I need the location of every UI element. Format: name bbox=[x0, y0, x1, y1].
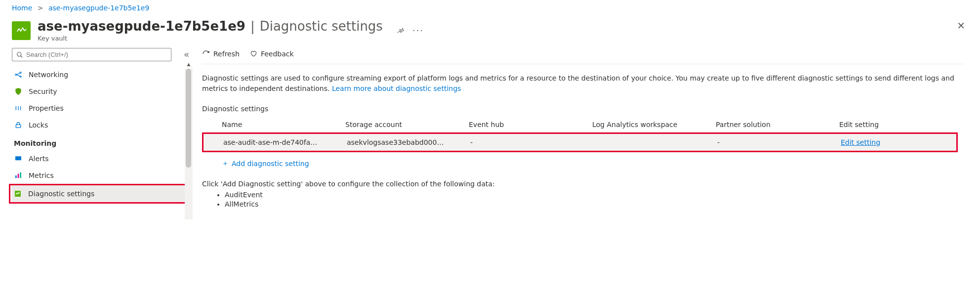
sidebar-item-networking[interactable]: Networking bbox=[12, 66, 192, 83]
breadcrumb-current[interactable]: ase-myasegpude-1e7b5e1e9 bbox=[48, 4, 149, 12]
list-item: AllMetrics bbox=[225, 200, 965, 208]
sidebar-item-label: Security bbox=[29, 87, 57, 95]
svg-point-4 bbox=[20, 76, 21, 78]
svg-point-2 bbox=[15, 74, 17, 76]
chevron-right-icon: > bbox=[38, 4, 43, 12]
refresh-icon bbox=[202, 50, 210, 58]
resource-name: ase-myasegpude-1e7b5e1e9 bbox=[38, 19, 245, 34]
cell-name: ase-audit-ase-m-de740fa… bbox=[223, 138, 347, 146]
sidebar-item-label: Diagnostic settings bbox=[28, 190, 94, 198]
table-row[interactable]: ase-audit-ase-m-de740fa… asekvlogsase33e… bbox=[204, 134, 956, 151]
keyvault-icon bbox=[12, 21, 31, 40]
shield-icon bbox=[14, 87, 23, 95]
sidebar-item-label: Networking bbox=[29, 71, 68, 79]
sidebar-item-security[interactable]: Security bbox=[12, 83, 192, 100]
search-input[interactable] bbox=[12, 48, 171, 61]
sidebar-item-properties[interactable]: Properties bbox=[12, 100, 192, 117]
col-law: Log Analytics workspace bbox=[592, 121, 716, 128]
learn-more-link[interactable]: Learn more about diagnostic settings bbox=[332, 85, 461, 92]
scroll-up-icon[interactable]: ▲ bbox=[186, 62, 192, 67]
lock-icon bbox=[14, 121, 23, 129]
col-edit: Edit setting bbox=[839, 121, 938, 128]
sidebar-item-label: Alerts bbox=[29, 155, 49, 163]
sidebar-group-monitoring: Monitoring bbox=[12, 133, 192, 150]
svg-line-1 bbox=[21, 55, 23, 57]
alerts-icon bbox=[14, 155, 23, 163]
sidebar: Networking Security Properties Locks bbox=[12, 45, 192, 219]
collapse-sidebar-icon[interactable] bbox=[181, 49, 192, 60]
col-partner: Partner solution bbox=[716, 121, 839, 128]
main-content: Refresh Feedback Diagnostic settings are… bbox=[192, 45, 980, 219]
sidebar-item-diagnostic-settings[interactable]: Diagnostic settings bbox=[11, 185, 190, 202]
list-item: AuditEvent bbox=[225, 191, 965, 199]
svg-rect-8 bbox=[16, 125, 20, 128]
svg-rect-9 bbox=[15, 156, 21, 160]
sidebar-item-metrics[interactable]: Metrics bbox=[12, 167, 192, 184]
svg-rect-10 bbox=[15, 175, 17, 178]
sidebar-item-label: Properties bbox=[29, 104, 64, 112]
properties-icon bbox=[14, 104, 23, 112]
sidebar-item-label: Metrics bbox=[29, 171, 54, 179]
more-icon[interactable]: ··· bbox=[412, 25, 424, 36]
resource-type: Key vault bbox=[38, 35, 383, 42]
edit-setting-link[interactable]: Edit setting bbox=[841, 138, 880, 146]
cell-eventhub: - bbox=[470, 138, 594, 146]
search-icon bbox=[16, 51, 23, 58]
heart-icon bbox=[249, 50, 257, 58]
breadcrumb-home[interactable]: Home bbox=[12, 4, 32, 12]
svg-rect-12 bbox=[20, 172, 21, 178]
breadcrumb: Home > ase-myasegpude-1e7b5e1e9 bbox=[0, 0, 980, 15]
svg-point-3 bbox=[20, 72, 21, 74]
diag-table: Name Storage account Event hub Log Analy… bbox=[202, 117, 958, 175]
col-eventhub: Event hub bbox=[469, 121, 592, 128]
add-diagnostic-setting-button[interactable]: ＋ Add diagnostic setting bbox=[202, 152, 958, 175]
feedback-button[interactable]: Feedback bbox=[249, 50, 294, 58]
diagnostic-icon bbox=[13, 190, 22, 198]
scrollbar-thumb[interactable] bbox=[186, 69, 191, 168]
sidebar-scrollbar[interactable]: ▲ bbox=[185, 69, 193, 219]
svg-point-0 bbox=[17, 52, 21, 56]
sidebar-item-locks[interactable]: Locks bbox=[12, 117, 192, 133]
cell-partner: - bbox=[717, 138, 841, 146]
cell-storage: asekvlogsase33ebabd000… bbox=[347, 138, 470, 146]
sidebar-item-alerts[interactable]: Alerts bbox=[12, 150, 192, 167]
close-icon[interactable]: ✕ bbox=[957, 20, 965, 32]
pin-icon[interactable] bbox=[396, 26, 405, 35]
sidebar-item-label: Locks bbox=[29, 121, 48, 129]
page-header: ase-myasegpude-1e7b5e1e9 | Diagnostic se… bbox=[0, 15, 980, 45]
description-text: Diagnostic settings are used to configur… bbox=[202, 73, 958, 94]
toolbar: Refresh Feedback bbox=[202, 50, 965, 64]
refresh-button[interactable]: Refresh bbox=[202, 50, 240, 58]
svg-rect-11 bbox=[18, 174, 19, 178]
networking-icon bbox=[14, 71, 23, 79]
section-title: Diagnostic settings bbox=[260, 19, 383, 34]
col-name: Name bbox=[222, 121, 345, 128]
diag-table-title: Diagnostic settings bbox=[202, 105, 965, 113]
col-storage: Storage account bbox=[345, 121, 469, 128]
table-header: Name Storage account Event hub Log Analy… bbox=[202, 117, 958, 132]
plus-icon: ＋ bbox=[222, 159, 229, 168]
metrics-icon bbox=[14, 171, 23, 179]
instructions: Click 'Add Diagnostic setting' above to … bbox=[202, 180, 965, 208]
